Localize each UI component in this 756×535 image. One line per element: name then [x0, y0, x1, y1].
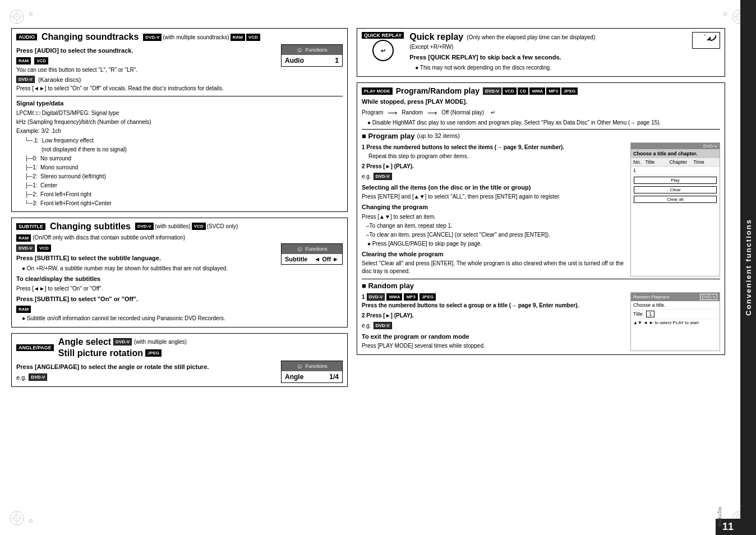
random-step1-row: 1 DVD-V WMA MP3 JPEG: [362, 293, 626, 301]
changing-program-title: Changing the program: [362, 203, 626, 211]
sub-with-text: (with subtitles): [155, 223, 191, 229]
clear-display-title: To clear/display the subtitles: [16, 275, 275, 283]
angle-eg-row: e.g. DVD-V: [16, 373, 275, 381]
changing-bullet: Press [ANGLE/PAGE] to skip page by page.: [367, 240, 626, 248]
ram-badge-soundtracks: RAM: [231, 34, 245, 41]
program-play-title-row: ■ Program play (up to 32 items): [362, 132, 720, 140]
program-play-subtitle: (up to 32 items): [417, 132, 460, 139]
clear-text: Press [◄►] to select "On" or "Off".: [16, 285, 275, 293]
angle-title2: Still picture rotation: [58, 348, 143, 358]
ram-vcd-badge: RAM: [16, 57, 31, 64]
exit-title: To exit the program or random mode: [362, 333, 626, 341]
angle-title1-row: Angle select DVD-V (with multiple angles…: [58, 337, 187, 347]
soundtracks-badges: DVD-V (with multiple soundtracks) RAM VC…: [143, 34, 260, 41]
clear-all-button[interactable]: Clear all: [634, 196, 717, 203]
tree-item-2: ├─0: No surround: [25, 154, 343, 163]
dvdv-row: DVD-V (Karaoke discs): [16, 76, 275, 83]
changing-program-text: Press [▲▼] to select an item.: [362, 213, 626, 221]
random-play-header: Random Playback DVD-V: [631, 293, 720, 301]
ram-badge-sub: RAM: [16, 234, 31, 242]
tree-item-0: └─.1: Low frequency effect: [25, 136, 343, 145]
random-dvdv-badge: DVD-V: [700, 294, 717, 300]
program-play-content: 1 Press the numbered buttons to select t…: [362, 142, 720, 276]
soundtracks-content: Press [AUDIO] to select the soundtrack. …: [16, 44, 343, 94]
row1-no: 1: [633, 168, 645, 173]
rand-badge-wma: WMA: [386, 293, 402, 301]
subtitle-ram-row: RAM (On/Off only with discs that contain…: [16, 234, 343, 242]
dvdv-vcd-row: DVD-V VCD: [16, 245, 275, 252]
subtitles-press: Press [SUBTITLE] to select the subtitle …: [16, 254, 275, 262]
example-box: DVD-V Choose a title and chapter. No. Ti…: [630, 142, 720, 276]
subtitles-title: Changing subtitles: [50, 222, 131, 232]
random-play-row1: Choose a title.: [631, 301, 720, 310]
play-button[interactable]: Play: [634, 177, 717, 184]
right-column: QUICK REPLAY ↩ Quick replay (Only when t…: [357, 28, 745, 518]
changing-soundtracks-section: AUDIO Changing soundtracks DVD-V (with m…: [11, 28, 348, 212]
divider-pr: [362, 129, 720, 130]
rand-eg-label: e.g.: [362, 322, 371, 329]
functions-header-angle: ☺ Functions: [282, 361, 342, 371]
dvdv-badge-angle: DVD-V: [113, 338, 132, 345]
dvdv-badge2: DVD-V: [16, 76, 35, 83]
arrow2: ⟶: [427, 109, 437, 117]
random-play-title: ■ Random play: [362, 282, 414, 290]
rq-number: RQT8218: [717, 507, 722, 527]
pr-badge-jpeg: JPEG: [561, 87, 578, 95]
arrow1: ⟶: [388, 109, 397, 117]
clear-button[interactable]: Clear: [634, 186, 717, 193]
subtitles-press2: Press [SUBTITLE] to select "On" or "Off"…: [16, 295, 275, 303]
example-col-headers: No. Title Chapter Time: [631, 158, 720, 167]
tree-item-1: (not displayed if there is no signal): [42, 145, 343, 154]
angle-content: Press [ANGLE/PAGE] to select the angle o…: [16, 361, 343, 383]
angle-value: 1/4: [329, 373, 339, 381]
soundtracks-press: Press [AUDIO] to select the soundtrack.: [16, 47, 275, 55]
random-play-bottom: ▲▼ ◄ ► to select PLAY to start: [631, 319, 720, 326]
angle-title2-row: Still picture rotation JPEG: [58, 348, 187, 358]
clearing-text: Select "Clear all" and press [ENTER]. Th…: [362, 260, 626, 275]
quick-replay-button[interactable]: ↩: [372, 40, 394, 61]
random-step1-text: Press the numbered buttons to select a g…: [362, 302, 626, 310]
quick-replay-left: QUICK REPLAY ↩: [362, 32, 404, 61]
angle-header: ANGLE/PAGE Angle select DVD-V (with mult…: [16, 337, 343, 358]
vcd-badge-sub: VCD: [192, 223, 206, 230]
random-play-row2: Title 1: [631, 310, 720, 319]
page-number: 11: [722, 521, 734, 532]
sub-bullet1: On +R/+RW, a subtitle number may be show…: [22, 265, 275, 273]
random-play-title-row: ■ Random play: [362, 282, 720, 290]
rand-badge-mp3: MP3: [404, 293, 417, 301]
example-box-title: Choose a title and chapter.: [631, 149, 720, 158]
pp-eg-row: e.g. DVD-V: [362, 173, 626, 180]
col-no: No.: [633, 159, 645, 165]
random-play-content: 1 DVD-V WMA MP3 JPEG Press the numbered …: [362, 292, 720, 351]
tree-item-6: ├─2: Front left+Front right: [25, 190, 343, 199]
pr-badge-dvdv: DVD-V: [483, 87, 501, 95]
example-box-header: DVD-V: [631, 143, 720, 149]
lpcm-text: LPCM/□□ Digital/DTS/MPEG: Signal type: [16, 109, 343, 117]
quick-replay-bullet1: This may not work depending on the discs…: [415, 64, 686, 72]
angle-label: Angle: [285, 373, 303, 381]
sub-bullet2: Subtitle on/off information cannot be re…: [22, 315, 275, 322]
subtitle-value: ◄ Off ►: [314, 256, 339, 262]
functions-box-subtitle: ☺ Functions Subtitle ◄ Off ►: [281, 243, 343, 265]
pp-step2: 2 Press [►] (PLAY).: [362, 163, 626, 170]
tree-item-4: ├─2: Stereo surround (left/right): [25, 172, 343, 181]
subtitles-header: SUBTITLE Changing subtitles DVD-V (with …: [16, 222, 343, 232]
pp-eg-badge: DVD-V: [374, 173, 392, 180]
audio-label: Audio: [285, 57, 304, 64]
functions-box-angle: ☺ Functions Angle 1/4: [281, 361, 343, 383]
soundtracks-header: AUDIO Changing soundtracks DVD-V (with m…: [16, 32, 343, 42]
tree-item-5: ├─1: Center: [25, 181, 343, 190]
jpeg-badge-angle: JPEG: [145, 349, 162, 357]
play-mode-tag: PLAY MODE: [362, 87, 393, 95]
functions-header-audio: ☺ Functions: [282, 45, 342, 55]
angle-multiple-text: (with multiple angles): [134, 339, 187, 345]
changing-dash2: –To clear an item, press [CANCEL] (or se…: [366, 231, 626, 239]
ram-badge-sub2: RAM: [16, 306, 31, 313]
angle-eg-label: e.g.: [16, 374, 26, 381]
quick-replay-title-row: Quick replay (Only when the elapsed play…: [409, 32, 686, 42]
col-time: Time: [693, 159, 717, 165]
functions-body-subtitle: Subtitle ◄ Off ►: [282, 254, 342, 264]
quick-replay-press: Press [QUICK REPLAY] to skip back a few …: [409, 53, 686, 62]
pp-step1-sub: Repeat this step to program other items.: [368, 153, 626, 160]
svcd-text: (SVCD only): [207, 223, 238, 229]
